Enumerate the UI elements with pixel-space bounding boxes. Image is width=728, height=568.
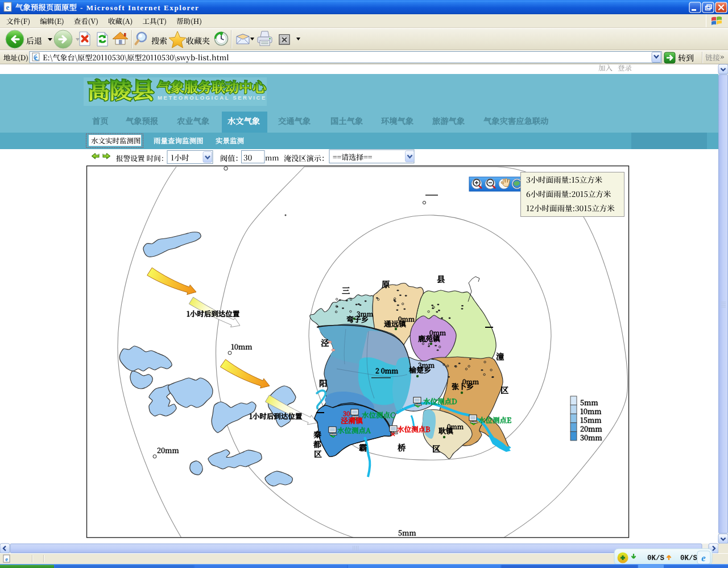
svg-text:METEOROLOGICAL SERVICE: METEOROLOGICAL SERVICE [158,94,267,101]
svg-text:0K/S: 0K/S [680,554,698,562]
svg-text:- Microsoft Internet Explorer: - Microsoft Internet Explorer [80,3,199,12]
svg-text:e: e [5,556,8,562]
svg-text:e: e [701,553,706,563]
svg-text:0K/S: 0K/S [647,554,665,562]
svg-text:e: e [6,3,10,11]
